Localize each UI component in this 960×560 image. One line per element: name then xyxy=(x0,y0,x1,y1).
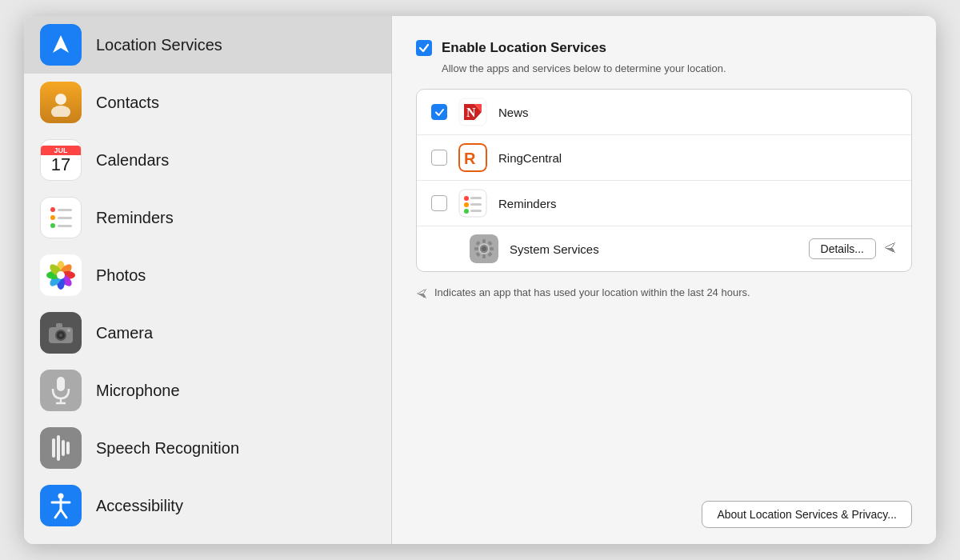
svg-rect-16 xyxy=(56,323,62,328)
table-row: N News xyxy=(417,90,911,135)
svg-rect-41 xyxy=(470,197,482,199)
svg-rect-18 xyxy=(57,377,65,391)
ringcentral-checkbox[interactable] xyxy=(431,150,447,166)
sidebar-item-accessibility[interactable]: Accessibility xyxy=(24,477,391,534)
svg-text:R: R xyxy=(464,150,476,167)
reminders-checkbox[interactable] xyxy=(431,195,447,211)
sidebar-item-photos[interactable]: Photos xyxy=(24,246,391,304)
svg-point-2 xyxy=(51,106,70,117)
enable-location-title: Enable Location Services xyxy=(442,40,606,56)
sidebar-item-microphone[interactable]: Microphone xyxy=(24,362,391,419)
svg-rect-45 xyxy=(470,210,482,212)
svg-line-28 xyxy=(55,510,61,518)
speech-recognition-icon xyxy=(40,427,82,469)
enable-location-description: Allow the apps and services below to det… xyxy=(442,62,912,74)
news-app-icon: N xyxy=(458,98,487,126)
svg-rect-24 xyxy=(66,442,70,454)
note-arrow-icon: ⮘ xyxy=(416,287,428,301)
apps-table: N News R RingCentral xyxy=(416,89,912,272)
reminders-icon xyxy=(40,197,82,238)
sidebar-item-label-camera: Camera xyxy=(96,324,153,342)
svg-rect-21 xyxy=(52,438,55,458)
svg-rect-50 xyxy=(482,254,486,258)
svg-rect-52 xyxy=(490,247,494,250)
svg-rect-22 xyxy=(57,435,60,461)
svg-rect-51 xyxy=(474,247,478,250)
table-row: Reminders xyxy=(417,181,911,226)
reminders-app-icon-table xyxy=(458,189,487,218)
sidebar-item-label-contacts: Contacts xyxy=(96,94,159,112)
main-panel: Enable Location Services Allow the apps … xyxy=(392,16,936,544)
sidebar-item-camera[interactable]: Camera xyxy=(24,304,391,362)
sidebar-item-location-services[interactable]: Location Services xyxy=(24,16,391,74)
location-services-icon xyxy=(40,24,82,66)
svg-point-15 xyxy=(59,334,62,337)
svg-point-1 xyxy=(55,94,66,105)
svg-point-48 xyxy=(482,246,486,251)
photos-icon xyxy=(40,254,82,296)
sidebar-item-label-photos: Photos xyxy=(96,266,146,285)
ringcentral-app-icon: R xyxy=(458,143,487,172)
sidebar: Location Services Contacts JUL 17 Calend… xyxy=(24,16,392,544)
sidebar-item-reminders[interactable]: Reminders xyxy=(24,189,391,246)
sidebar-item-label-calendars: Calendars xyxy=(96,151,169,170)
microphone-icon xyxy=(40,370,82,411)
location-arrow-icon: ⮘ xyxy=(884,242,897,256)
svg-point-44 xyxy=(464,209,469,214)
settings-window: Location Services Contacts JUL 17 Calend… xyxy=(24,16,936,544)
enable-location-row: Enable Location Services xyxy=(416,40,912,56)
svg-point-25 xyxy=(58,494,64,499)
table-row: System Services Details... ⮘ xyxy=(417,226,911,271)
camera-icon xyxy=(40,312,82,354)
calendar-day: 17 xyxy=(51,155,70,174)
sidebar-item-label-reminders: Reminders xyxy=(96,209,174,227)
system-services-app-name: System Services xyxy=(510,242,809,256)
details-button[interactable]: Details... xyxy=(809,238,876,259)
svg-point-40 xyxy=(464,196,469,201)
calendar-icon: JUL 17 xyxy=(40,139,82,181)
system-services-app-icon xyxy=(470,234,498,263)
ringcentral-app-name: RingCentral xyxy=(498,151,897,165)
enable-location-checkbox[interactable] xyxy=(416,40,432,56)
svg-rect-23 xyxy=(62,440,65,456)
sidebar-item-speech-recognition[interactable]: Speech Recognition xyxy=(24,419,391,477)
svg-point-42 xyxy=(464,202,469,207)
location-note: ⮘ Indicates an app that has used your lo… xyxy=(416,286,912,301)
sidebar-item-label-accessibility: Accessibility xyxy=(96,497,183,515)
news-app-name: News xyxy=(498,106,897,119)
svg-rect-43 xyxy=(470,203,482,206)
accessibility-icon xyxy=(40,485,82,526)
contacts-icon xyxy=(40,82,82,123)
sidebar-item-label-location-services: Location Services xyxy=(96,36,222,54)
sidebar-item-label-speech: Speech Recognition xyxy=(96,439,239,458)
svg-point-17 xyxy=(67,329,70,332)
sidebar-item-contacts[interactable]: Contacts xyxy=(24,74,391,131)
svg-rect-49 xyxy=(482,239,486,243)
note-text: Indicates an app that has used your loca… xyxy=(434,286,750,298)
sidebar-item-label-microphone: Microphone xyxy=(96,382,180,400)
svg-point-11 xyxy=(57,271,65,279)
svg-marker-0 xyxy=(53,35,69,53)
sidebar-item-calendars[interactable]: JUL 17 Calendars xyxy=(24,131,391,189)
svg-line-29 xyxy=(61,510,66,518)
news-checkbox[interactable] xyxy=(431,104,447,120)
table-row: R RingCentral xyxy=(417,135,911,181)
about-location-privacy-button[interactable]: About Location Services & Privacy... xyxy=(702,501,912,528)
reminders-app-name: Reminders xyxy=(498,197,897,210)
svg-text:N: N xyxy=(466,106,476,119)
